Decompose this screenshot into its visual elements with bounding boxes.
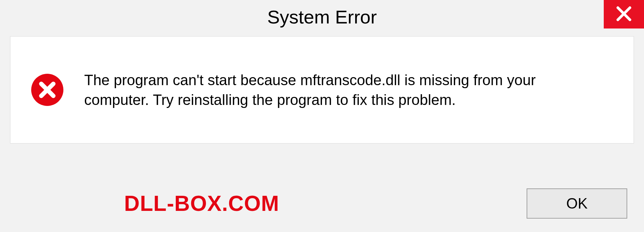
- close-icon: [615, 5, 633, 24]
- error-message-text: The program can't start because mftransc…: [84, 70, 554, 110]
- ok-button-label: OK: [566, 195, 588, 212]
- dialog-titlebar: System Error: [0, 0, 644, 34]
- dialog-footer: DLL-BOX.COM OK: [10, 188, 634, 219]
- error-icon: [31, 73, 64, 107]
- watermark-text: DLL-BOX.COM: [124, 191, 279, 216]
- dialog-content: The program can't start because mftransc…: [10, 36, 634, 143]
- close-button[interactable]: [604, 0, 644, 28]
- dialog-title: System Error: [267, 6, 377, 28]
- ok-button[interactable]: OK: [527, 188, 627, 219]
